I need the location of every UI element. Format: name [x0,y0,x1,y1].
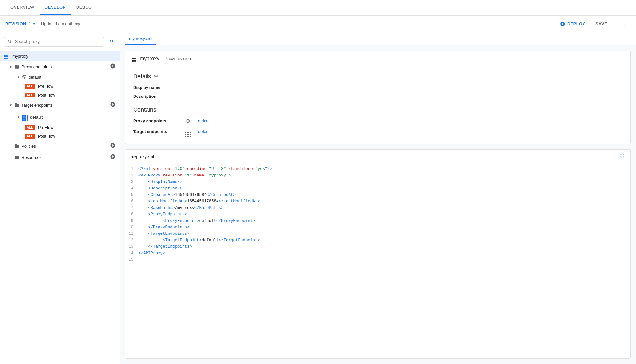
proxy-card-body: Details ✏ Display name Description Conta… [125,66,630,144]
proxy-default-chevron-icon: ▼ [17,75,22,79]
target-endpoint-default-link[interactable]: default [198,129,623,137]
content-area: myproxy.xml myproxy Proxy revision Detai… [120,32,636,364]
myproxy-grid-icon [4,53,8,59]
file-tab-bar: myproxy.xml [120,32,636,45]
proxy-endpoints-add-button[interactable] [110,63,116,71]
policies-add-button[interactable] [110,142,116,150]
file-tab-myproxy[interactable]: myproxy.xml [125,33,156,45]
proxy-card-header: myproxy Proxy revision [125,51,630,66]
sidebar-item-proxy-default[interactable]: ▼ default [0,73,120,82]
save-button[interactable]: SAVE [592,19,611,28]
proxy-endpoints-label: Proxy endpoints [21,64,110,69]
sidebar-item-proxy-postflow[interactable]: ALL PostFlow [0,91,120,99]
xml-line-7: 7 <BasePaths>/myproxy</BasePaths> [125,205,630,212]
xml-line-11: 11 <TargetEndpoints> [125,231,630,238]
proxy-endpoints-contains-label: Proxy endpoints [133,119,185,125]
target-default-label: default [30,115,116,119]
main-layout: myproxy ▼ Proxy endpoints ▼ default ALL … [0,32,636,364]
contains-section-title: Contains [133,107,623,113]
proxy-default-crosshair-icon [22,74,27,80]
sidebar-search-row [0,32,120,51]
search-box[interactable] [4,37,104,47]
xml-line-13: 13 </TargetEndpoints> [125,244,630,251]
sidebar-item-policies[interactable]: Policies [0,141,120,152]
xml-line-6: 6 <LastModifiedAt>1654456176584</LastMod… [125,199,630,205]
target-endpoints-folder-icon [14,102,19,108]
sidebar-item-target-preflow[interactable]: ALL PreFlow [0,123,120,132]
xml-line-3: 3 <DisplayName/> [125,179,630,186]
more-options-button[interactable]: ⋮ [619,19,631,29]
target-endpoints-chevron-icon: ▼ [9,103,14,107]
xml-line-2: 2 <APIProxy revision="1" name="myproxy"> [125,173,630,179]
search-icon [7,39,12,44]
proxy-endpoints-folder-icon [14,64,19,70]
revision-bar: REVISION: 1 ▼ Updated a month ago DEPLOY… [0,16,636,32]
xml-line-12: 12 | <TargetEndpoint>default</TargetEndp… [125,238,630,244]
tab-debug[interactable]: DEBUG [71,0,97,15]
action-divider [615,20,615,28]
proxy-preflow-badge: ALL [25,84,35,89]
sidebar-item-proxy-preflow[interactable]: ALL PreFlow [0,82,120,91]
search-input[interactable] [15,39,100,44]
revision-label: REVISION: 1 [5,21,31,26]
myproxy-label: myproxy [12,54,116,59]
details-section-title: Details ✏ [133,73,623,80]
proxy-endpoint-move-icon [185,119,198,125]
sidebar-item-myproxy[interactable]: myproxy [0,51,120,61]
display-name-label: Display name [133,85,185,90]
xml-expand-button[interactable] [619,153,625,160]
xml-line-15: 15 [125,257,630,264]
policies-folder-icon [14,143,19,149]
sidebar-item-target-postflow[interactable]: ALL PostFlow [0,132,120,141]
revision-chevron-icon: ▼ [33,22,36,26]
deploy-button[interactable]: DEPLOY [556,19,589,28]
top-nav: OVERVIEW DEVELOP DEBUG [0,0,636,16]
target-preflow-badge: ALL [25,125,35,130]
xml-editor-section: myproxy.xml 1 <?xml version="1.0" encodi… [125,149,631,359]
sidebar-item-target-default[interactable]: ▼ default [0,111,120,123]
edit-details-icon[interactable]: ✏ [154,73,159,80]
resources-add-button[interactable] [110,154,116,161]
target-default-grid-icon [22,113,28,121]
contains-grid: Proxy endpoints default Target endpoints [133,119,623,137]
xml-editor-title: myproxy.xml [131,154,154,159]
deploy-icon [560,21,565,27]
xml-line-10: 10 </ProxyEndpoints> [125,225,630,231]
tab-overview[interactable]: OVERVIEW [5,0,40,15]
policies-label: Policies [21,144,110,149]
proxy-postflow-label: PostFlow [38,93,55,97]
target-endpoints-label: Target endpoints [21,103,110,108]
resources-label: Resources [21,155,110,160]
target-postflow-label: PostFlow [38,134,55,139]
updated-text: Updated a month ago [41,21,82,26]
description-label: Description [133,94,185,99]
description-value [185,94,623,99]
revision-selector[interactable]: REVISION: 1 ▼ [5,21,36,26]
proxy-endpoint-default-link[interactable]: default [198,119,623,125]
xml-line-8: 8 <ProxyEndpoints> [125,212,630,218]
sidebar-item-target-endpoints[interactable]: ▼ Target endpoints [0,99,120,111]
sidebar-item-proxy-endpoints[interactable]: ▼ Proxy endpoints [0,61,120,73]
sidebar: myproxy ▼ Proxy endpoints ▼ default ALL … [0,32,120,364]
resources-folder-icon [14,155,19,160]
collapse-icon [108,38,114,44]
revision-bar-actions: DEPLOY SAVE ⋮ [556,19,631,29]
proxy-card: myproxy Proxy revision Details ✏ Display… [125,51,631,144]
xml-header: myproxy.xml [125,150,630,164]
proxy-postflow-badge: ALL [25,93,35,97]
collapse-sidebar-button[interactable] [107,36,116,47]
xml-line-5: 5 <CreatedAt>1654456176584</CreatedAt> [125,192,630,199]
target-default-chevron-icon: ▼ [17,115,22,119]
proxy-card-name: myproxy [140,56,159,62]
target-endpoints-contains-label: Target endpoints [133,129,185,137]
proxy-endpoints-chevron-icon: ▼ [9,65,14,69]
target-endpoints-add-button[interactable] [110,101,116,109]
tab-develop[interactable]: DEVELOP [40,0,71,15]
xml-editor-content[interactable]: 1 <?xml version="1.0" encoding="UTF-8" s… [125,164,630,358]
target-endpoint-grid-icon [185,129,198,137]
xml-line-4: 4 <Description/> [125,186,630,192]
sidebar-item-resources[interactable]: Resources [0,152,120,163]
xml-line-1: 1 <?xml version="1.0" encoding="UTF-8" s… [125,166,630,173]
proxy-card-grid-icon [132,55,136,62]
display-name-value [185,85,623,90]
